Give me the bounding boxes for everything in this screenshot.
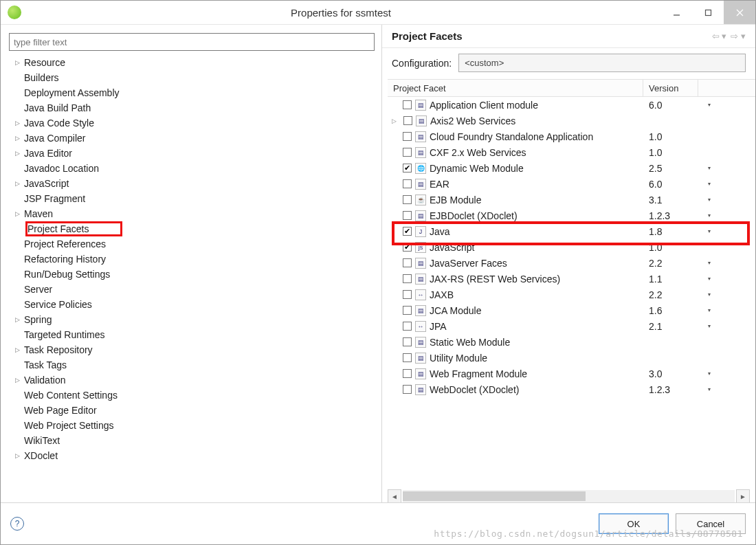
scroll-thumb[interactable] <box>403 491 586 501</box>
version-dropdown-icon[interactable]: ▾ <box>698 291 720 298</box>
tree-item[interactable]: ▷Task Repository <box>9 342 375 357</box>
facet-checkbox[interactable] <box>403 148 412 157</box>
expand-icon[interactable]: ▷ <box>13 59 21 66</box>
col-version[interactable]: Version <box>643 80 698 96</box>
facet-row[interactable]: 🌐Dynamic Web Module2.5▾ <box>388 160 755 176</box>
scroll-left-icon[interactable]: ◄ <box>388 489 401 503</box>
version-dropdown-icon[interactable]: ▾ <box>698 370 720 377</box>
version-dropdown-icon[interactable]: ▾ <box>698 260 720 266</box>
tree-item[interactable]: Java Build Path <box>9 100 375 115</box>
expand-icon[interactable]: ▷ <box>13 150 21 157</box>
version-dropdown-icon[interactable]: ▾ <box>698 276 720 282</box>
tree-item[interactable]: Builders <box>9 70 375 85</box>
facet-checkbox[interactable] <box>403 385 412 394</box>
ok-button[interactable]: OK <box>599 513 669 534</box>
facet-row[interactable]: ☕EJB Module3.1▾ <box>388 192 755 208</box>
facet-checkbox[interactable] <box>403 116 412 125</box>
horizontal-scrollbar[interactable]: ◄ ► <box>388 490 750 502</box>
version-dropdown-icon[interactable]: ▾ <box>698 197 720 203</box>
tree-item[interactable]: ▷Maven <box>9 206 375 221</box>
version-dropdown-icon[interactable]: ▾ <box>698 307 720 313</box>
tree-item[interactable]: JSP Fragment <box>9 191 375 206</box>
facet-row[interactable]: ▤EJBDoclet (XDoclet)1.2.3▾ <box>388 208 755 223</box>
facet-row[interactable]: ▤Web Fragment Module3.0▾ <box>388 366 755 381</box>
nav-back-icon[interactable]: ⇦ ▾ <box>712 31 727 41</box>
facet-checkbox[interactable] <box>403 164 412 173</box>
tree-item[interactable]: Web Project Settings <box>9 418 375 433</box>
version-dropdown-icon[interactable]: ▾ <box>698 386 720 392</box>
facet-checkbox[interactable] <box>403 211 412 220</box>
tree-item[interactable]: ▷Java Editor <box>9 146 375 161</box>
filter-input[interactable] <box>9 33 375 51</box>
tree-item[interactable]: ▷Java Compiler <box>9 131 375 146</box>
help-button[interactable]: ? <box>10 517 24 531</box>
tree-item[interactable]: ▷Spring <box>9 312 375 327</box>
facet-row[interactable]: ▤Utility Module <box>388 350 755 366</box>
facet-row[interactable]: jsJavaScript1.0 <box>388 239 755 255</box>
facet-checkbox[interactable] <box>403 353 412 362</box>
version-dropdown-icon[interactable]: ▾ <box>698 323 720 329</box>
tree-item[interactable]: Deployment Assembly <box>9 85 375 100</box>
tree-item[interactable]: Javadoc Location <box>9 161 375 176</box>
facet-checkbox[interactable] <box>403 258 412 267</box>
scroll-right-icon[interactable]: ► <box>736 489 750 503</box>
tree-item[interactable]: Run/Debug Settings <box>9 267 375 282</box>
facet-row[interactable]: ▤JavaServer Faces2.2▾ <box>388 255 755 271</box>
facet-checkbox[interactable] <box>403 290 412 299</box>
expand-icon[interactable]: ▷ <box>13 180 21 187</box>
tree-item[interactable]: Targeted Runtimes <box>9 327 375 342</box>
tree-item[interactable]: Project References <box>9 236 375 252</box>
expand-icon[interactable]: ▷ <box>13 452 21 459</box>
tree-item[interactable]: Web Page Editor <box>9 403 375 418</box>
facet-row[interactable]: JJava1.8▾ <box>388 223 755 239</box>
nav-forward-icon[interactable]: ⇨ ▾ <box>731 31 746 41</box>
tree-item[interactable]: ▷JavaScript <box>9 176 375 191</box>
category-tree[interactable]: ▷ResourceBuildersDeployment AssemblyJava… <box>9 55 375 463</box>
configuration-select[interactable]: <custom> <box>458 54 746 72</box>
facet-row[interactable]: ▤WebDoclet (XDoclet)1.2.3▾ <box>388 381 755 397</box>
version-dropdown-icon[interactable]: ▾ <box>698 181 720 187</box>
version-dropdown-icon[interactable]: ▾ <box>698 212 720 219</box>
version-dropdown-icon[interactable]: ▾ <box>698 165 720 171</box>
expand-icon[interactable]: ▷ <box>13 120 21 126</box>
version-dropdown-icon[interactable]: ▾ <box>698 228 720 234</box>
facet-table-body[interactable]: ▤Application Client module6.0▾▷▤Axis2 We… <box>388 97 755 485</box>
expand-icon[interactable]: ▷ <box>13 346 21 353</box>
col-project-facet[interactable]: Project Facet <box>388 80 643 96</box>
facet-checkbox[interactable] <box>403 369 412 378</box>
facet-row[interactable]: ▤Static Web Module <box>388 334 755 350</box>
facet-row[interactable]: ▤CXF 2.x Web Services1.0 <box>388 144 755 160</box>
tree-item[interactable]: ▷Resource <box>9 55 375 70</box>
tree-item[interactable]: Service Policies <box>9 297 375 312</box>
cancel-button[interactable]: Cancel <box>676 513 746 534</box>
facet-checkbox[interactable] <box>403 274 412 283</box>
expand-icon[interactable]: ▷ <box>13 210 21 217</box>
facet-row[interactable]: ▤EAR6.0▾ <box>388 176 755 192</box>
tree-item[interactable]: ▷Java Code Style <box>9 115 375 131</box>
facet-checkbox[interactable] <box>403 100 412 109</box>
facet-checkbox[interactable] <box>403 306 412 315</box>
facet-checkbox[interactable] <box>403 243 412 252</box>
facet-row[interactable]: ▤JCA Module1.6▾ <box>388 302 755 318</box>
tree-item[interactable]: Project Facets <box>9 221 375 236</box>
version-dropdown-icon[interactable]: ▾ <box>698 102 720 108</box>
minimize-button[interactable] <box>660 1 692 24</box>
scroll-track[interactable] <box>403 490 735 502</box>
expand-icon[interactable]: ▷ <box>13 377 21 383</box>
expand-icon[interactable]: ▷ <box>13 135 21 142</box>
facet-checkbox[interactable] <box>403 132 412 141</box>
expand-icon[interactable]: ▷ <box>13 316 21 323</box>
facet-row[interactable]: ↔JPA2.1▾ <box>388 318 755 334</box>
expand-icon[interactable]: ▷ <box>392 118 400 124</box>
facet-row[interactable]: ↔JAXB2.2▾ <box>388 287 755 302</box>
tree-item[interactable]: Task Tags <box>9 357 375 372</box>
close-button[interactable] <box>724 1 755 24</box>
maximize-button[interactable] <box>692 1 724 24</box>
facet-checkbox[interactable] <box>403 227 412 236</box>
facet-row[interactable]: ▤Application Client module6.0▾ <box>388 97 755 113</box>
tree-item[interactable]: ▷XDoclet <box>9 448 375 463</box>
tree-item[interactable]: Refactoring History <box>9 252 375 267</box>
facet-row[interactable]: ▤JAX-RS (REST Web Services)1.1▾ <box>388 271 755 287</box>
facet-row[interactable]: ▤Cloud Foundry Standalone Application1.0 <box>388 129 755 144</box>
tree-item[interactable]: Web Content Settings <box>9 388 375 403</box>
